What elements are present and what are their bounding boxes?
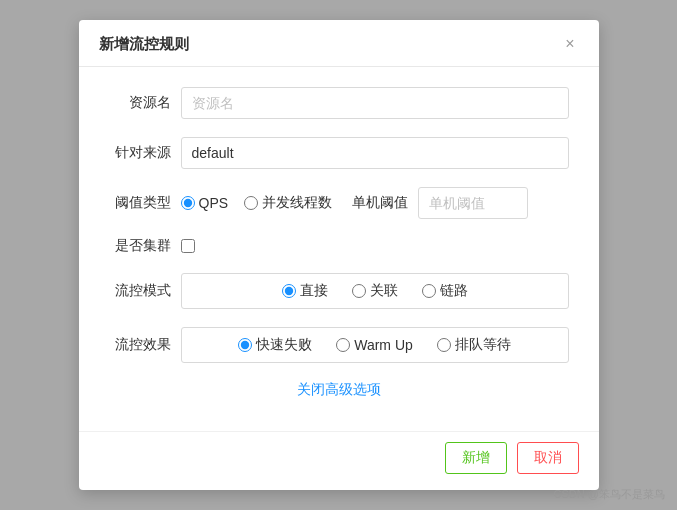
target-source-control bbox=[181, 137, 569, 169]
cluster-control bbox=[181, 239, 569, 253]
dialog-footer: 新增 取消 bbox=[79, 431, 599, 490]
flow-effect-fast-fail-option[interactable]: 快速失败 bbox=[238, 336, 312, 354]
flow-mode-chain-label: 链路 bbox=[440, 282, 468, 300]
threshold-type-label: 阈值类型 bbox=[109, 194, 181, 212]
cluster-label: 是否集群 bbox=[109, 237, 181, 255]
threshold-row: 阈值类型 QPS 并发线程数 单机阈值 bbox=[109, 187, 569, 219]
cluster-row: 是否集群 bbox=[109, 237, 569, 255]
flow-mode-control: 直接 关联 链路 bbox=[181, 273, 569, 309]
source-name-control bbox=[181, 87, 569, 119]
flow-effect-control: 快速失败 Warm Up 排队等待 bbox=[181, 327, 569, 363]
target-source-input[interactable] bbox=[181, 137, 569, 169]
advanced-link-container: 关闭高级选项 bbox=[109, 381, 569, 399]
flow-mode-box: 直接 关联 链路 bbox=[181, 273, 569, 309]
flow-mode-relate-option[interactable]: 关联 bbox=[352, 282, 398, 300]
source-name-input[interactable] bbox=[181, 87, 569, 119]
advanced-link[interactable]: 关闭高级选项 bbox=[297, 381, 381, 397]
flow-mode-chain-radio[interactable] bbox=[422, 284, 436, 298]
flow-mode-chain-option[interactable]: 链路 bbox=[422, 282, 468, 300]
target-source-label: 针对来源 bbox=[109, 144, 181, 162]
threshold-control: QPS 并发线程数 单机阈值 bbox=[181, 187, 569, 219]
dialog: 新增流控规则 × 资源名 针对来源 阈值类型 bbox=[79, 20, 599, 490]
flow-effect-row: 流控效果 快速失败 Warm Up 排队等待 bbox=[109, 327, 569, 363]
threshold-type-group: QPS 并发线程数 bbox=[181, 194, 333, 212]
dialog-title: 新增流控规则 bbox=[99, 35, 189, 54]
threshold-qps-radio[interactable] bbox=[181, 196, 195, 210]
threshold-threads-label: 并发线程数 bbox=[262, 194, 332, 212]
flow-effect-fast-fail-radio[interactable] bbox=[238, 338, 252, 352]
flow-effect-label: 流控效果 bbox=[109, 336, 181, 354]
threshold-threads-option[interactable]: 并发线程数 bbox=[244, 194, 332, 212]
flow-effect-queue-label: 排队等待 bbox=[455, 336, 511, 354]
flow-mode-row: 流控模式 直接 关联 链路 bbox=[109, 273, 569, 309]
threshold-qps-option[interactable]: QPS bbox=[181, 195, 229, 211]
flow-mode-relate-label: 关联 bbox=[370, 282, 398, 300]
flow-effect-warm-up-radio[interactable] bbox=[336, 338, 350, 352]
flow-mode-relate-radio[interactable] bbox=[352, 284, 366, 298]
cluster-checkbox[interactable] bbox=[181, 239, 195, 253]
close-icon[interactable]: × bbox=[561, 34, 578, 54]
single-threshold-label: 单机阈值 bbox=[352, 194, 408, 212]
source-name-label: 资源名 bbox=[109, 94, 181, 112]
flow-effect-fast-fail-label: 快速失败 bbox=[256, 336, 312, 354]
flow-mode-direct-label: 直接 bbox=[300, 282, 328, 300]
watermark: CSDN @笨鸟不是菜鸟 bbox=[554, 487, 665, 502]
cluster-checkbox-item[interactable] bbox=[181, 239, 569, 253]
flow-mode-direct-radio[interactable] bbox=[282, 284, 296, 298]
threshold-threads-radio[interactable] bbox=[244, 196, 258, 210]
flow-mode-label: 流控模式 bbox=[109, 282, 181, 300]
source-name-row: 资源名 bbox=[109, 87, 569, 119]
flow-effect-queue-option[interactable]: 排队等待 bbox=[437, 336, 511, 354]
flow-effect-queue-radio[interactable] bbox=[437, 338, 451, 352]
flow-effect-warm-up-label: Warm Up bbox=[354, 337, 413, 353]
cancel-button[interactable]: 取消 bbox=[517, 442, 579, 474]
threshold-qps-label: QPS bbox=[199, 195, 229, 211]
flow-effect-box: 快速失败 Warm Up 排队等待 bbox=[181, 327, 569, 363]
dialog-body: 资源名 针对来源 阈值类型 QPS bbox=[79, 67, 599, 431]
dialog-header: 新增流控规则 × bbox=[79, 20, 599, 67]
single-threshold-input[interactable] bbox=[418, 187, 528, 219]
flow-effect-warm-up-option[interactable]: Warm Up bbox=[336, 337, 413, 353]
target-source-row: 针对来源 bbox=[109, 137, 569, 169]
dialog-overlay: 新增流控规则 × 资源名 针对来源 阈值类型 bbox=[0, 0, 677, 510]
confirm-button[interactable]: 新增 bbox=[445, 442, 507, 474]
flow-mode-direct-option[interactable]: 直接 bbox=[282, 282, 328, 300]
